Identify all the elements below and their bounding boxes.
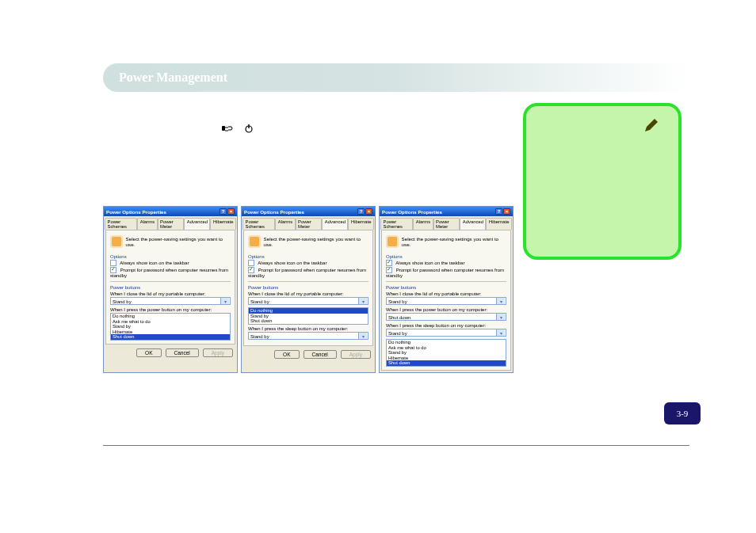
power-select[interactable]: Shut down bbox=[386, 313, 506, 321]
cancel-button[interactable]: Cancel bbox=[166, 348, 199, 357]
tab-hibernate[interactable]: Hibernate bbox=[210, 218, 236, 230]
help-button[interactable]: ? bbox=[220, 208, 227, 215]
lid-label: When I close the lid of my portable comp… bbox=[386, 291, 506, 296]
prompt-password-label: Prompt for password when computer resume… bbox=[386, 268, 504, 278]
lid-label: When I close the lid of my portable comp… bbox=[110, 291, 231, 296]
prompt-password-checkbox[interactable] bbox=[386, 267, 392, 273]
power-button-label: When I press the power button on my comp… bbox=[110, 307, 231, 312]
list-item[interactable]: Shut down bbox=[111, 334, 230, 340]
power-buttons-label: Power buttons bbox=[386, 285, 506, 290]
sleep-select[interactable]: Stand by bbox=[248, 332, 368, 340]
battery-icon bbox=[386, 235, 399, 248]
prompt-password-label: Prompt for password when computer resume… bbox=[248, 268, 366, 278]
page-header: Power Management bbox=[103, 63, 689, 92]
tab-alarms[interactable]: Alarms bbox=[137, 218, 157, 230]
battery-icon bbox=[110, 235, 123, 248]
dialog-row: Power Options Properties ? × Power Schem… bbox=[103, 206, 514, 373]
sidebar-note: Sleep/Resume Button You may use the Fn +… bbox=[523, 103, 682, 260]
tab-advanced[interactable]: Advanced bbox=[184, 218, 210, 230]
svg-rect-0 bbox=[222, 126, 225, 131]
tab-power-meter[interactable]: Power Meter bbox=[296, 218, 323, 230]
panel-header-text: Select the power-saving settings you wan… bbox=[402, 236, 506, 247]
prompt-password-label: Prompt for password when computer resume… bbox=[110, 268, 228, 278]
tab-advanced[interactable]: Advanced bbox=[460, 218, 486, 230]
help-button[interactable]: ? bbox=[495, 208, 502, 215]
sleep-listbox[interactable]: Do nothing Ask me what to do Stand by Hi… bbox=[386, 339, 506, 367]
list-item[interactable]: Shut down bbox=[249, 318, 368, 324]
ok-button[interactable]: OK bbox=[136, 348, 161, 357]
tab-power-meter[interactable]: Power Meter bbox=[158, 218, 185, 230]
always-show-label: Always show icon on the taskbar bbox=[395, 261, 464, 265]
always-show-checkbox[interactable] bbox=[248, 260, 254, 266]
always-show-checkbox[interactable] bbox=[386, 260, 392, 266]
ok-button[interactable]: OK bbox=[274, 350, 299, 359]
always-show-checkbox[interactable] bbox=[110, 260, 116, 266]
section-title: Configuring the Power Button bbox=[103, 101, 507, 117]
sleep-button-label: When I press the sleep button on my comp… bbox=[248, 326, 368, 331]
apply-button[interactable]: Apply bbox=[203, 348, 233, 357]
prompt-password-checkbox[interactable] bbox=[248, 267, 254, 273]
tab-advanced[interactable]: Advanced bbox=[322, 218, 348, 230]
tabbar: Power Schemes Alarms Power Meter Advance… bbox=[380, 216, 513, 230]
panel-header-text: Select the power-saving settings you wan… bbox=[126, 236, 231, 247]
tab-alarms[interactable]: Alarms bbox=[413, 218, 433, 230]
apply-button[interactable]: Apply bbox=[341, 350, 371, 359]
tab-power-schemes[interactable]: Power Schemes bbox=[242, 218, 275, 230]
pen-icon bbox=[643, 117, 659, 137]
lid-listbox[interactable]: Do nothing Stand by Shut down bbox=[248, 307, 368, 325]
power-buttons-label: Power buttons bbox=[248, 285, 368, 290]
lid-label: When I close the lid of my portable comp… bbox=[248, 291, 368, 296]
close-button[interactable]: × bbox=[227, 208, 235, 215]
power-buttons-label: Power buttons bbox=[110, 285, 231, 290]
close-button[interactable]: × bbox=[503, 208, 510, 215]
power-symbol-icon bbox=[244, 122, 254, 138]
tab-hibernate[interactable]: Hibernate bbox=[348, 218, 374, 230]
power-options-dialog-2: Power Options Properties ? × Power Schem… bbox=[241, 206, 376, 373]
power-button-listbox[interactable]: Do nothing Ask me what to do Stand by Hi… bbox=[110, 313, 231, 341]
dialog-title: Power Options Properties bbox=[382, 209, 442, 215]
tab-power-meter[interactable]: Power Meter bbox=[433, 218, 460, 230]
help-button[interactable]: ? bbox=[357, 208, 365, 215]
power-options-dialog-1: Power Options Properties ? × Power Schem… bbox=[103, 206, 238, 373]
panel-header-text: Select the power-saving settings you wan… bbox=[264, 236, 368, 247]
page-number-badge: 3-9 bbox=[664, 402, 701, 424]
lid-select[interactable]: Stand by bbox=[110, 297, 231, 305]
prompt-password-checkbox[interactable] bbox=[110, 267, 116, 273]
close-button[interactable]: × bbox=[365, 208, 372, 215]
options-label: Options bbox=[110, 254, 231, 259]
cancel-button[interactable]: Cancel bbox=[304, 350, 337, 359]
dialog-title: Power Options Properties bbox=[244, 209, 304, 215]
always-show-label: Always show icon on the taskbar bbox=[258, 261, 326, 265]
tab-alarms[interactable]: Alarms bbox=[275, 218, 295, 230]
sleep-select[interactable]: Stand by bbox=[386, 329, 506, 337]
power-options-dialog-3: Power Options Properties ? × Power Schem… bbox=[379, 206, 514, 373]
power-plug-icon bbox=[222, 122, 236, 138]
sleep-button-label: When I press the sleep button on my comp… bbox=[386, 323, 506, 328]
tabbar: Power Schemes Alarms Power Meter Advance… bbox=[104, 216, 237, 230]
list-item[interactable]: Shut down bbox=[387, 360, 506, 366]
slash: / bbox=[239, 123, 241, 134]
body-p1a: The computer's power button ( bbox=[103, 123, 222, 134]
options-label: Options bbox=[248, 254, 368, 259]
tab-power-schemes[interactable]: Power Schemes bbox=[380, 218, 413, 230]
lid-select[interactable]: Stand by bbox=[248, 297, 368, 305]
lid-select[interactable]: Stand by bbox=[386, 297, 506, 305]
bottom-divider bbox=[103, 445, 689, 446]
options-label: Options bbox=[386, 254, 506, 259]
always-show-label: Always show icon on the taskbar bbox=[120, 261, 189, 265]
power-button-label: When I press the power button on my comp… bbox=[386, 307, 506, 312]
section-text: Configuring the Power Button The compute… bbox=[103, 101, 507, 164]
tabbar: Power Schemes Alarms Power Meter Advance… bbox=[242, 216, 375, 230]
tab-power-schemes[interactable]: Power Schemes bbox=[105, 218, 137, 230]
tab-hibernate[interactable]: Hibernate bbox=[486, 218, 512, 230]
battery-icon bbox=[248, 235, 261, 248]
dialog-title: Power Options Properties bbox=[106, 209, 166, 215]
